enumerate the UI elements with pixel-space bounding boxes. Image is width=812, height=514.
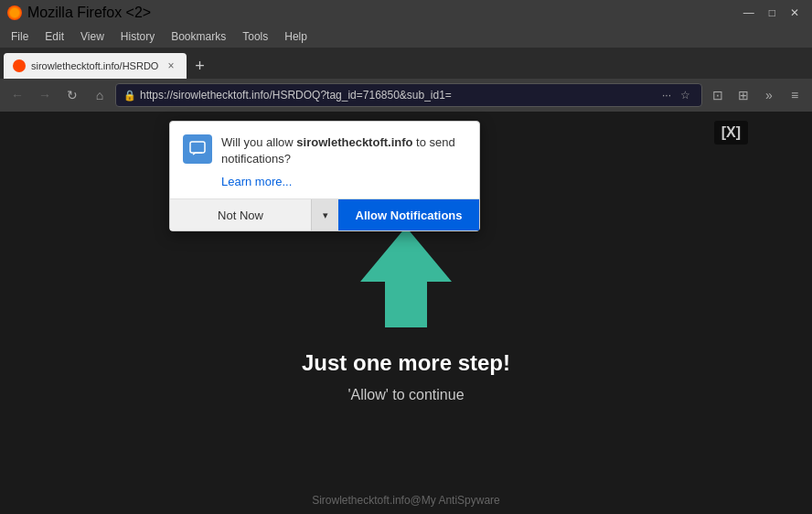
notification-learn-more: Learn more... <box>170 171 479 198</box>
tab-title: sirowlethecktoft.info/HSRDO <box>31 60 158 71</box>
menu-item-bookmarks[interactable]: Bookmarks <box>164 28 233 45</box>
navbar: ← → ↻ ⌂ 🔒 https://sirowlethecktoft.info/… <box>0 79 812 112</box>
close-button[interactable]: ✕ <box>785 5 805 21</box>
close-x-button[interactable]: [X] <box>714 121 748 145</box>
bookmark-star-icon[interactable]: ☆ <box>677 87 694 103</box>
firefox-logo-icon <box>7 5 22 20</box>
question-prefix: Will you allow <box>221 135 296 149</box>
menu-item-file[interactable]: File <box>4 28 36 45</box>
dropdown-chevron-icon: ▾ <box>323 209 328 221</box>
tab-favicon-icon <box>13 59 26 72</box>
new-tab-button[interactable]: + <box>187 53 212 79</box>
page-title: Just one more step! <box>302 350 510 376</box>
notification-text: Will you allow sirowlethecktoft.info to … <box>221 134 466 167</box>
overflow-button[interactable]: » <box>757 83 781 107</box>
back-button[interactable]: ← <box>5 83 29 107</box>
not-now-button[interactable]: Not Now <box>170 199 311 230</box>
open-menu-icon[interactable]: ⊞ <box>732 83 755 107</box>
browser-content: Will you allow sirowlethecktoft.info to … <box>0 112 812 514</box>
url-text: https://sirowlethecktoft.info/HSRDOQ?tag… <box>140 89 655 102</box>
tabbar: sirowlethecktoft.info/HSRDO × + <box>0 48 812 79</box>
titlebar-left: Mozilla Firefox <2> <box>7 5 151 21</box>
home-button[interactable]: ⌂ <box>88 83 112 107</box>
notification-chat-icon <box>183 134 212 164</box>
menu-item-history[interactable]: History <box>113 28 162 45</box>
nav-icons: ⊡ ⊞ » ≡ <box>706 83 807 107</box>
hamburger-menu-button[interactable]: ≡ <box>783 83 807 107</box>
menu-item-view[interactable]: View <box>73 28 112 45</box>
page-footer: Sirowlethecktoft.info@My AntiSpyware <box>0 494 812 507</box>
notification-buttons: Not Now ▾ Allow Notifications <box>170 198 479 230</box>
reload-button[interactable]: ↻ <box>60 83 84 107</box>
reader-mode-icon[interactable]: ··· <box>658 87 675 103</box>
menu-item-help[interactable]: Help <box>277 28 315 45</box>
titlebar: Mozilla Firefox <2> — □ ✕ <box>0 0 812 26</box>
menu-item-tools[interactable]: Tools <box>235 28 275 45</box>
forward-button[interactable]: → <box>33 83 57 107</box>
svg-rect-0 <box>190 142 205 153</box>
security-lock-icon: 🔒 <box>123 90 136 102</box>
svg-marker-1 <box>360 227 452 327</box>
synced-tabs-icon[interactable]: ⊡ <box>706 83 730 107</box>
url-bar[interactable]: 🔒 https://sirowlethecktoft.info/HSRDOQ?t… <box>115 83 702 107</box>
up-arrow-icon <box>356 222 456 332</box>
learn-more-link[interactable]: Learn more... <box>221 175 292 188</box>
notification-popup: Will you allow sirowlethecktoft.info to … <box>169 121 480 231</box>
allow-notifications-button[interactable]: Allow Notifications <box>338 199 479 230</box>
menu-item-edit[interactable]: Edit <box>37 28 71 45</box>
maximize-button[interactable]: □ <box>764 5 781 21</box>
urlbar-actions: ··· ☆ <box>658 87 694 103</box>
minimize-button[interactable]: — <box>738 5 760 21</box>
notification-body: Will you allow sirowlethecktoft.info to … <box>170 122 479 171</box>
menubar: File Edit View History Bookmarks Tools H… <box>0 26 812 48</box>
page-subtitle: 'Allow' to continue <box>347 387 464 403</box>
titlebar-title: Mozilla Firefox <2> <box>27 5 151 21</box>
not-now-label: Not Now <box>218 209 263 222</box>
titlebar-controls: — □ ✕ <box>738 5 805 21</box>
not-now-dropdown-button[interactable]: ▾ <box>311 199 338 230</box>
active-tab[interactable]: sirowlethecktoft.info/HSRDO × <box>4 53 187 79</box>
notification-site-name: sirowlethecktoft.info <box>296 135 412 149</box>
tab-close-button[interactable]: × <box>164 58 177 74</box>
